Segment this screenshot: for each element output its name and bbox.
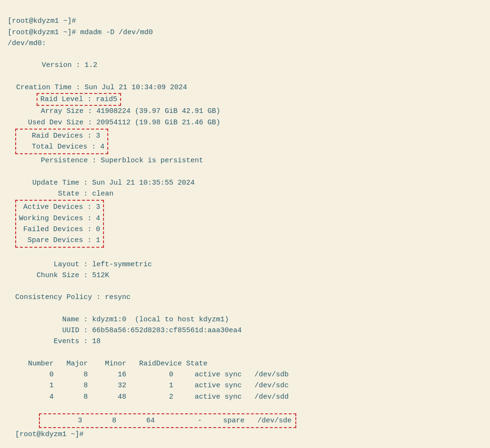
line-consistency: Consistency Policy : resync (15, 292, 475, 303)
line-blank2 (15, 248, 475, 259)
raid-total-devices-box: Raid Devices : 3 Total Devices : 4 (15, 129, 108, 155)
table-header: Number Major Minor RaidDevice State (15, 358, 475, 369)
devices-box: Active Devices : 3 Working Devices : 4 F… (15, 200, 104, 248)
line-used-dev-size: Used Dev Size : 20954112 (19.98 GiB 21.4… (15, 117, 475, 128)
row-0: 0 8 16 0 active sync /dev/sdb (15, 369, 475, 380)
line-layout: Layout : left-symmetric (15, 259, 475, 270)
prompt-line-2: [root@kdyzm1 ~]# mdadm -D /dev/md0 (8, 28, 153, 37)
line-blank4 (15, 303, 475, 314)
device-line: /dev/md0: (8, 39, 46, 47)
prompt-line-1: [root@kdyzm1 ~]# (8, 17, 76, 25)
line-blank (15, 167, 475, 177)
line-blank3 (15, 281, 475, 292)
line-events: Events : 18 (15, 336, 475, 347)
prompt-end: [root@kdyzm1 ~]# (15, 429, 475, 440)
line-state: State : clean (15, 188, 475, 199)
line-chunk-size: Chunk Size : 512K (15, 270, 475, 281)
creation-time-line: Creation Time : Sun Jul 21 10:34:09 2024 (8, 84, 187, 92)
spare-row-container: 3 8 64 - spare /dev/sde (39, 413, 296, 428)
version-line: Version : 1.2 (8, 61, 97, 69)
line-array-size: Array Size : 41908224 (39.97 GiB 42.91 G… (15, 106, 475, 117)
line-name: Name : kdyzm1:0 (local to host kdyzm1) (15, 314, 475, 325)
line-uuid: UUID : 66b58a56:652d8283:cf85561d:aaa30e… (15, 325, 475, 336)
line-blank5 (15, 347, 475, 358)
raid-level-box: Raid Level : raid5 (37, 93, 121, 106)
terminal-output: [root@kdyzm1 ~]# [root@kdyzm1 ~]# mdadm … (8, 5, 482, 93)
row-4: 4 8 48 2 active sync /dev/sdd (15, 392, 475, 402)
line-blank6 (15, 402, 475, 413)
line-raid-level: Raid Level : raid5 (15, 93, 475, 106)
line-update-time: Update Time : Sun Jul 21 10:35:55 2024 (15, 177, 475, 188)
line-persistence: Persistence : Superblock is persistent (15, 155, 475, 166)
row-1: 1 8 32 1 active sync /dev/sdc (15, 380, 475, 391)
